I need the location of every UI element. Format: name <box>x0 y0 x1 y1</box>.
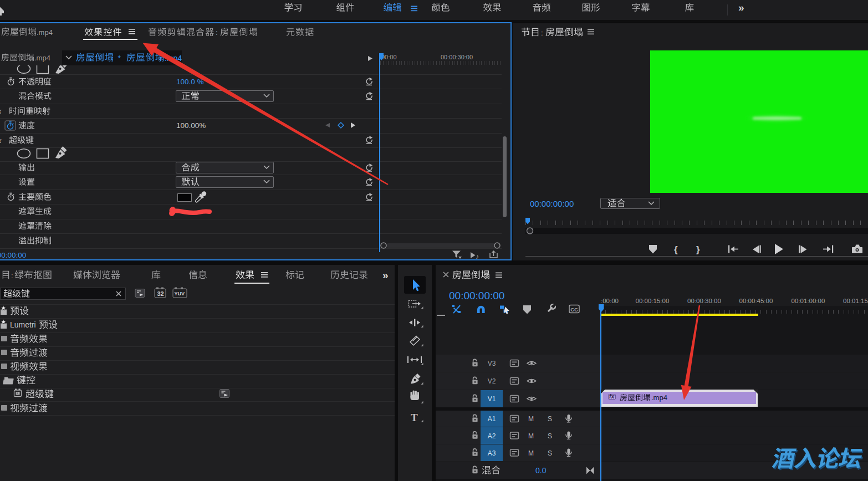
svg-text:fx: fx <box>0 108 2 115</box>
svg-text:00:01:15:00: 00:01:15:00 <box>843 298 868 304</box>
svg-text::00:00: :00:00 <box>601 298 619 304</box>
svg-text:YUV: YUV <box>175 291 185 296</box>
svg-text:.mp4: .mp4 <box>37 28 53 37</box>
svg-text:A2: A2 <box>488 432 496 440</box>
svg-text:V3: V3 <box>488 360 496 367</box>
svg-text:»: » <box>382 269 389 281</box>
svg-text:S: S <box>548 432 552 440</box>
svg-text:Lumetri: Lumetri <box>10 320 36 329</box>
svg-text:100.00%: 100.00% <box>176 121 206 130</box>
svg-text:}: } <box>696 244 700 255</box>
svg-text:S: S <box>548 449 552 457</box>
svg-text:00:01:00:00: 00:01:00:00 <box>792 298 825 304</box>
svg-text:0.0: 0.0 <box>535 466 547 475</box>
svg-text:S: S <box>548 415 552 423</box>
svg-text:00:00:30:00: 00:00:30:00 <box>687 298 721 304</box>
svg-text::: : <box>216 28 218 37</box>
svg-text:M: M <box>528 415 534 423</box>
svg-text:.mp4: .mp4 <box>651 393 667 402</box>
svg-text:fx: fx <box>609 393 615 400</box>
svg-text:V2: V2 <box>488 377 496 385</box>
svg-text::: : <box>541 29 543 37</box>
svg-text:V1: V1 <box>488 395 496 403</box>
svg-text:32: 32 <box>157 290 164 297</box>
svg-text:♪: ♪ <box>476 253 479 260</box>
svg-text:T: T <box>411 412 418 423</box>
svg-text:00:00: 00:00 <box>381 54 397 60</box>
svg-text:00:00:00:00: 00:00:00:00 <box>530 199 574 208</box>
svg-text:.mp4: .mp4 <box>34 54 50 62</box>
svg-text:A1: A1 <box>488 415 496 423</box>
svg-text:A3: A3 <box>488 449 496 457</box>
svg-text:00:00:00:00: 00:00:00:00 <box>449 290 504 301</box>
svg-text:*: * <box>118 54 121 63</box>
svg-text:M: M <box>528 449 534 457</box>
svg-text:CC: CC <box>570 306 578 313</box>
svg-text:00:00:45:00: 00:00:45:00 <box>739 298 773 304</box>
svg-text:fx: fx <box>0 137 2 145</box>
svg-text:00:00:00:00: 00:00:00:00 <box>0 251 26 259</box>
svg-text:{: { <box>674 244 678 255</box>
svg-text:00:00:15:00: 00:00:15:00 <box>636 298 670 304</box>
svg-text:00:00:30:00: 00:00:30:00 <box>441 54 473 60</box>
svg-text:M: M <box>528 432 534 440</box>
svg-text:»: » <box>738 2 744 13</box>
svg-text:100.0 %: 100.0 % <box>176 78 204 86</box>
svg-text::: : <box>11 272 13 280</box>
